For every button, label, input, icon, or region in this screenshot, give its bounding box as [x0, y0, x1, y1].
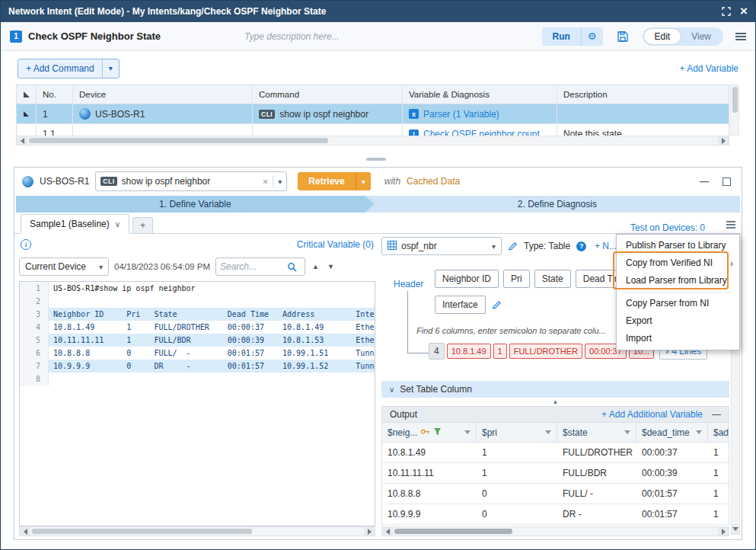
- output-column-neighbor[interactable]: $neig...: [382, 423, 477, 442]
- column-device[interactable]: Device: [73, 85, 253, 104]
- view-toggle-button[interactable]: View: [681, 29, 722, 44]
- scroll-down-icon[interactable]: [732, 524, 739, 534]
- menu-item-copy-from-verified-ni[interactable]: Copy from Verified NI ›: [617, 254, 739, 272]
- set-table-column-section[interactable]: ∨ Set Table Column: [381, 381, 729, 398]
- tab-chevron-icon[interactable]: ∨: [115, 220, 120, 229]
- collapse-output-icon[interactable]: ▲: [553, 399, 559, 405]
- parser-variable-link[interactable]: Parser (1 Variable): [423, 109, 499, 120]
- command-table-vscrollbar[interactable]: [730, 85, 739, 136]
- diagnosis-row[interactable]: 1.1 ! Check OSPF neighbor count Note thi…: [17, 124, 729, 136]
- edit-parser-pencil-icon[interactable]: [508, 241, 518, 251]
- network-intent-window: Network Intent (Edit Mode) - My Intents/…: [0, 0, 756, 550]
- split-handle[interactable]: [366, 158, 386, 161]
- scroll-left-icon[interactable]: [382, 527, 393, 536]
- sample-output-view[interactable]: 1US-BOS-R1#show ip ospf neighbor 2 3Neig…: [19, 281, 375, 526]
- add-additional-variable-link[interactable]: + Add Additional Variable: [601, 409, 703, 420]
- output-row[interactable]: 10.8.8.8 0 FULL/ - 00:01:57 1: [382, 484, 729, 504]
- hscroll-thumb[interactable]: [29, 138, 328, 143]
- command-table: No. Device Command Variable & Diagnosis …: [16, 85, 729, 137]
- hscroll-thumb[interactable]: [394, 529, 512, 534]
- retrieve-chevron-icon[interactable]: ▾: [356, 172, 371, 190]
- add-command-chevron-icon[interactable]: ▾: [102, 59, 119, 78]
- command-select-chevron-icon[interactable]: ▾: [278, 177, 282, 186]
- output-row[interactable]: 10.8.1.49 1 FULL/DROTHER 00:00:37 1: [382, 443, 729, 463]
- add-command-button[interactable]: + Add Command ▾: [18, 59, 120, 78]
- menu-item-copy-parser-from-ni[interactable]: Copy Parser from NI: [617, 295, 739, 312]
- keyword-chip[interactable]: Pri: [503, 270, 530, 288]
- maximize-panel-icon[interactable]: [723, 177, 731, 186]
- info-icon[interactable]: i: [21, 239, 31, 250]
- command-select[interactable]: CLI show ip ospf neighbor × ▾: [95, 171, 287, 191]
- help-icon[interactable]: ?: [576, 241, 586, 251]
- minimize-output-icon[interactable]: —: [712, 409, 721, 420]
- expand-window-icon[interactable]: [722, 7, 731, 16]
- add-sample-tab-button[interactable]: +: [132, 217, 153, 233]
- clear-command-icon[interactable]: ×: [263, 176, 269, 187]
- column-description[interactable]: Description: [557, 85, 729, 104]
- search-input[interactable]: [220, 261, 287, 272]
- edit-keywords-pencil-icon[interactable]: [492, 300, 502, 310]
- menu-item-load-parser-from-library[interactable]: Load Parser from Library: [617, 272, 739, 289]
- output-row[interactable]: 10.9.9.9 0 DR - 00:01:57 1: [382, 504, 729, 525]
- keyword-chip[interactable]: Interface: [435, 296, 486, 314]
- column-chevron-icon[interactable]: [696, 430, 702, 434]
- step-define-variable[interactable]: 1. Define Variable: [16, 196, 375, 213]
- retrieve-button[interactable]: Retrieve: [298, 172, 355, 190]
- critical-variable-link[interactable]: Critical Variable (0): [297, 239, 374, 250]
- scroll-right-icon[interactable]: [364, 527, 375, 536]
- new-parser-link[interactable]: + N...: [595, 241, 617, 251]
- description-input[interactable]: [244, 31, 465, 42]
- menu-item-publish-parser-to-library[interactable]: Publish Parser to Library: [617, 237, 739, 254]
- command-table-hscrollbar[interactable]: [16, 136, 729, 145]
- sample-hscrollbar[interactable]: [19, 526, 375, 536]
- search-next-icon[interactable]: ▼: [326, 261, 336, 272]
- run-settings-gear-icon[interactable]: ⚙: [582, 27, 603, 46]
- add-variable-link[interactable]: + Add Variable: [679, 63, 738, 74]
- run-button[interactable]: Run: [542, 27, 582, 46]
- scroll-left-icon[interactable]: [17, 136, 27, 145]
- expander-column-icon[interactable]: [17, 85, 37, 104]
- tab-sample1-baseline[interactable]: Sample1 (Baseline) ∨: [21, 214, 129, 234]
- output-hscrollbar[interactable]: [381, 526, 729, 536]
- output-column-dead-time[interactable]: $dead_time: [636, 423, 708, 442]
- output-column-state[interactable]: $state: [557, 423, 636, 442]
- column-chevron-icon[interactable]: [545, 430, 551, 434]
- tab-menu-icon[interactable]: [726, 221, 735, 229]
- search-prev-icon[interactable]: ▲: [311, 261, 321, 272]
- column-command[interactable]: Command: [253, 85, 403, 104]
- minimize-panel-icon[interactable]: —: [700, 176, 709, 187]
- command-row-selected[interactable]: 1 US-BOS-R1 CLI show ip ospf neighbor x …: [17, 104, 729, 123]
- keyword-chip[interactable]: State: [534, 270, 571, 288]
- keyword-chip[interactable]: Neighbor ID: [435, 270, 499, 288]
- matched-value[interactable]: 10.8.1.49: [447, 344, 491, 359]
- row-expander-icon[interactable]: [17, 104, 37, 123]
- parser-select[interactable]: ospf_nbr ▾: [381, 237, 502, 255]
- output-column-pri[interactable]: $pri: [477, 423, 557, 442]
- vscroll-thumb[interactable]: [732, 87, 738, 113]
- scroll-left-icon[interactable]: [20, 527, 30, 536]
- more-menu-icon[interactable]: [735, 33, 746, 40]
- device-source-select[interactable]: Current Device ▾: [19, 257, 109, 276]
- test-on-devices-link[interactable]: Test on Devices: 0: [630, 222, 705, 233]
- matched-value[interactable]: FULL/DROTHER: [509, 344, 582, 359]
- cached-data-link[interactable]: Cached Data: [407, 176, 460, 187]
- scroll-right-icon[interactable]: [718, 527, 729, 536]
- menu-item-import[interactable]: Import: [617, 330, 739, 347]
- hscroll-thumb[interactable]: [32, 529, 252, 534]
- edit-toggle-button[interactable]: Edit: [644, 29, 681, 44]
- save-icon[interactable]: [617, 30, 629, 43]
- output-row[interactable]: 10.11.11.11 1 FULL/BDR 00:00:39 1: [382, 463, 729, 484]
- step-define-diagnosis[interactable]: 2. Define Diagnosis: [365, 196, 740, 213]
- column-variable-diagnosis[interactable]: Variable & Diagnosis: [403, 85, 557, 104]
- column-chevron-icon[interactable]: [624, 430, 630, 434]
- menu-item-export[interactable]: Export: [617, 312, 739, 330]
- filter-funnel-icon[interactable]: [433, 427, 442, 438]
- output-table: $neig... $pri: [381, 423, 729, 525]
- scroll-right-icon[interactable]: [718, 136, 729, 145]
- search-icon[interactable]: [287, 262, 297, 272]
- column-chevron-icon[interactable]: [464, 430, 471, 434]
- column-no[interactable]: No.: [37, 85, 73, 104]
- close-window-icon[interactable]: ×: [740, 6, 748, 17]
- output-column-address[interactable]: $add...: [708, 423, 729, 442]
- matched-value[interactable]: 1: [493, 344, 507, 359]
